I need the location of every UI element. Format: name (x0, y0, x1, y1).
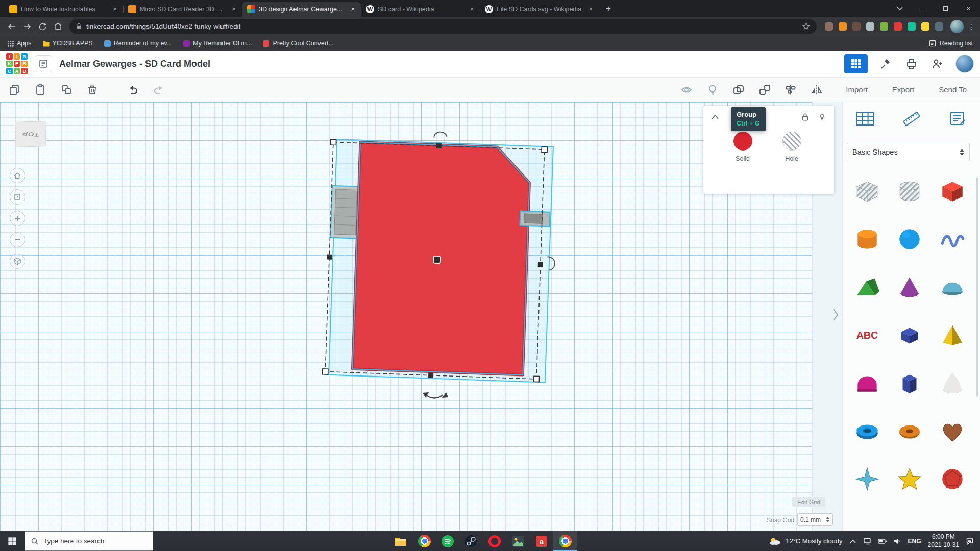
hole-swatch[interactable]: Hole (781, 132, 802, 162)
shape-star-four[interactable] (853, 465, 881, 493)
edit-grid-button[interactable]: Edit Grid (792, 497, 825, 507)
import-button[interactable]: Import (840, 82, 874, 97)
rotate-handle-top[interactable] (434, 132, 447, 138)
mirror-icon[interactable] (810, 83, 823, 96)
redo-icon[interactable] (152, 83, 165, 96)
extension-icon[interactable] (880, 22, 888, 31)
collapse-up-icon[interactable] (712, 115, 719, 119)
taskbar-app-file-explorer[interactable] (389, 531, 412, 551)
shape-icosphere[interactable] (939, 465, 966, 493)
tab-close-icon[interactable]: × (111, 5, 119, 13)
shape-box-hole[interactable] (853, 178, 881, 205)
perspective-icon[interactable] (10, 254, 25, 269)
back-button[interactable] (4, 19, 19, 34)
browser-tab[interactable]: WSD card - Wikipedia× (361, 2, 480, 17)
action-center-icon[interactable] (966, 537, 974, 545)
shape-hexagonal-prism[interactable] (896, 369, 923, 397)
bookmark-item[interactable]: YCDSB APPS (43, 40, 93, 47)
dashboard-button[interactable] (844, 54, 868, 73)
home-button[interactable] (50, 19, 65, 34)
design-canvas[interactable]: TOP (0, 102, 980, 531)
tinkercad-logo[interactable]: TINKERCAD (6, 53, 28, 74)
move-handle[interactable] (433, 256, 440, 263)
shape-cylinder[interactable] (853, 226, 881, 253)
bookmark-item[interactable]: My Reminder Of m... (183, 40, 252, 47)
language-indicator[interactable]: ENG (908, 538, 921, 545)
snap-grid-dropdown[interactable]: 0.1 mm (797, 513, 833, 526)
shape-pyramid[interactable] (939, 321, 966, 349)
shape-cone[interactable] (896, 273, 923, 301)
build-tools-icon[interactable] (879, 57, 893, 71)
taskbar-app-steam[interactable] (459, 531, 483, 551)
taskbar-app-app-a[interactable]: a (530, 531, 553, 551)
undo-icon[interactable] (126, 83, 139, 96)
panel-scrollbar[interactable] (976, 178, 978, 397)
add-user-icon[interactable] (930, 57, 944, 71)
shape-sphere[interactable] (896, 226, 923, 253)
shape-torus[interactable] (896, 417, 923, 445)
shape-round-roof[interactable] (853, 369, 881, 397)
tab-search-icon[interactable] (888, 0, 911, 17)
stepper-carets-icon[interactable] (826, 517, 830, 522)
reload-button[interactable] (35, 19, 50, 34)
duplicate-icon[interactable] (59, 83, 73, 96)
start-button[interactable] (0, 531, 24, 551)
view-cube[interactable]: TOP (15, 121, 46, 147)
home-view-icon[interactable] (10, 168, 25, 183)
tray-volume-icon[interactable] (893, 537, 901, 545)
visibility-bulb-icon[interactable] (818, 112, 826, 121)
shape-star[interactable] (896, 465, 923, 493)
taskbar-app-spotify[interactable] (436, 531, 459, 551)
zoom-out-icon[interactable] (10, 232, 25, 247)
taskbar-app-photos[interactable] (506, 531, 530, 551)
window-close-button[interactable]: × (957, 0, 980, 17)
extension-icon[interactable] (852, 22, 861, 31)
export-button[interactable]: Export (886, 82, 920, 97)
shape-polygon[interactable] (896, 321, 923, 349)
shape-box[interactable] (939, 178, 966, 205)
taskbar-app-opera[interactable] (483, 531, 506, 551)
weather-widget[interactable]: 12°C Mostly cloudy (769, 537, 842, 546)
bookmark-item[interactable]: Apps (7, 40, 32, 47)
shape-text[interactable]: ABC (853, 321, 881, 349)
shape-tube[interactable] (853, 417, 881, 445)
workplane-tool-icon[interactable] (854, 109, 876, 129)
tab-close-icon[interactable]: × (230, 5, 238, 13)
solid-color-icon[interactable] (733, 132, 752, 151)
bookmark-item[interactable]: Reminder of my ev... (104, 40, 172, 47)
tab-close-icon[interactable]: × (586, 5, 595, 13)
hole-pattern-icon[interactable] (782, 132, 801, 151)
browser-profile-avatar[interactable] (950, 20, 964, 33)
sd-card-body[interactable] (352, 142, 530, 375)
copy-icon[interactable] (7, 83, 21, 96)
document-properties-icon[interactable] (35, 55, 52, 72)
shape-paraboloid[interactable] (939, 369, 966, 397)
fit-view-icon[interactable] (10, 189, 25, 205)
window-minimize-button[interactable]: – (911, 0, 934, 17)
forward-button[interactable] (19, 19, 35, 34)
shape-category-dropdown[interactable]: Basic Shapes (847, 143, 970, 161)
browser-tab[interactable]: How to Write Instructables× (4, 2, 123, 17)
ungroup-icon[interactable] (757, 83, 771, 96)
shape-half-sphere[interactable] (939, 273, 966, 301)
tab-close-icon[interactable]: × (349, 5, 357, 13)
lock-icon[interactable] (801, 113, 809, 121)
shape-roof[interactable] (853, 273, 881, 301)
panel-collapse-chevron[interactable] (832, 308, 839, 323)
reading-list-button[interactable]: Reading list (929, 40, 973, 47)
extension-icon[interactable] (935, 22, 943, 31)
solid-swatch[interactable]: Solid (732, 132, 753, 162)
show-all-icon[interactable] (679, 83, 693, 96)
user-avatar[interactable] (955, 55, 974, 73)
printer-icon[interactable] (904, 57, 919, 71)
tray-battery-icon[interactable] (878, 538, 887, 544)
tray-display-icon[interactable] (863, 537, 871, 545)
group-icon[interactable] (731, 83, 745, 96)
hide-icon[interactable] (705, 83, 719, 96)
extension-icon[interactable] (825, 22, 833, 31)
notes-tool-icon[interactable] (946, 109, 969, 129)
extension-icon[interactable] (894, 22, 902, 31)
extension-icon[interactable] (921, 22, 929, 31)
taskbar-app-chrome[interactable] (412, 531, 436, 551)
ruler-tool-icon[interactable] (900, 109, 923, 129)
